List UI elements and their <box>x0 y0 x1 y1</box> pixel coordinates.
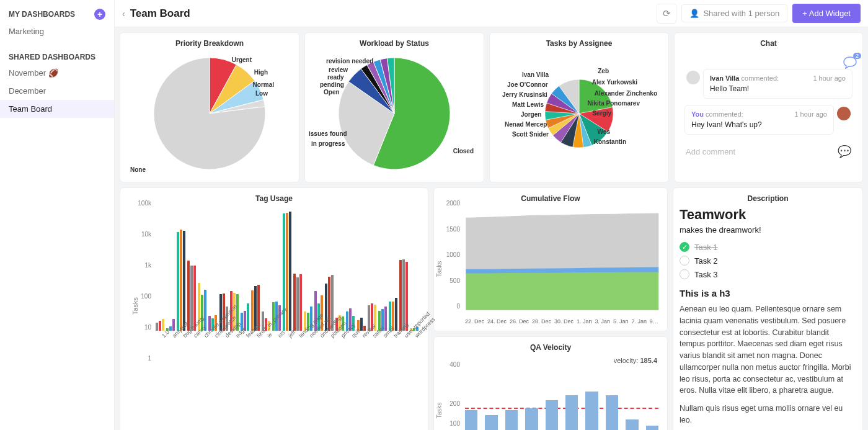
description-heading: Teamwork <box>680 207 856 223</box>
pie-slice-label: in progress <box>311 140 345 147</box>
share-button[interactable]: 👤 Shared with 1 person <box>681 4 787 22</box>
bar <box>465 410 477 430</box>
bar <box>395 298 397 331</box>
chat-message: You commented:1 hour ago Hey Ivan! What'… <box>684 105 834 135</box>
task-checkbox[interactable] <box>680 269 689 279</box>
pie-slice-label: pending <box>320 81 344 88</box>
pie-slice-label: Low <box>255 90 268 97</box>
description-p: Aenean eu leo quam. Pellentesque ornare … <box>680 303 856 396</box>
bar <box>169 326 172 331</box>
bar <box>360 318 363 331</box>
my-dashboards-label: MY DASHBOARDS <box>9 10 75 19</box>
description-sub: makes the dreamwork! <box>680 225 856 235</box>
bar <box>585 392 598 430</box>
tag-usage-bar-chart <box>155 207 419 331</box>
sidebar-item[interactable]: December <box>0 82 114 100</box>
pie-slice-label: review <box>329 66 348 73</box>
pie-slice-label: Urgent <box>232 56 252 63</box>
bar <box>289 212 291 331</box>
bar <box>296 277 299 331</box>
bar <box>251 290 254 331</box>
widget-qa-velocity: QA Velocity velocity: 185.4 50100200400 … <box>433 336 668 430</box>
sidebar-item[interactable]: Team Board <box>0 100 114 118</box>
bar <box>546 400 558 430</box>
chat-message: Ivan Villa commented:1 hour ago Hello Te… <box>703 69 852 99</box>
pie-slice-label: Nikita Ponomarev <box>588 100 640 107</box>
bar <box>187 261 190 331</box>
pie-slice-label: Zeb <box>598 68 609 74</box>
refresh-button[interactable]: ⟳ <box>657 4 676 24</box>
chat-body-text: Hello Team! <box>710 84 846 93</box>
bar <box>156 323 158 331</box>
task-item: ✓Task 1 <box>680 242 856 252</box>
bar <box>565 395 578 430</box>
pie-slice-label: revision needed <box>326 58 373 65</box>
description-p: Nullam quis risus eget urna mollis ornar… <box>680 403 856 426</box>
pie-slice-label: None <box>130 166 146 173</box>
cumulative-flow-area-chart <box>440 207 661 325</box>
bar <box>159 321 161 331</box>
widget-tag-usage: Tag Usage Tasks 1101001k10k100k 1.0amyte… <box>120 187 428 430</box>
page-title: Team Board <box>130 7 652 20</box>
task-checkbox[interactable]: ✓ <box>680 242 689 252</box>
pie-slice-label: Scott Snider <box>512 131 549 138</box>
chat-input[interactable]: Add comment <box>686 147 833 156</box>
task-label: Task 2 <box>694 256 718 266</box>
bar <box>405 262 408 331</box>
pie-slice-label: Matt Lewis <box>512 101 544 108</box>
pie-slice-label: Jerry Krusinski <box>502 91 547 98</box>
x-tick-label: ie <box>266 331 273 339</box>
bar <box>177 232 179 331</box>
bar <box>525 408 538 430</box>
widget-title: Tasks by Assignee <box>496 39 662 48</box>
bar <box>626 419 638 430</box>
sidebar-item[interactable]: Marketing <box>0 22 114 40</box>
add-widget-button[interactable]: + Add Widget <box>792 4 861 23</box>
pie-slice-label: Closed <box>453 148 474 155</box>
task-item: Task 2 <box>680 256 856 266</box>
task-label: Task 1 <box>694 243 718 252</box>
bar <box>190 266 193 331</box>
send-icon[interactable]: 💬 <box>838 145 851 158</box>
person-icon: 👤 <box>689 9 699 18</box>
x-tick-label: ios <box>277 329 286 339</box>
avatar <box>686 71 700 84</box>
bar <box>299 274 302 331</box>
task-label: Task 3 <box>694 270 718 279</box>
topbar: ‹ Team Board ⟳ 👤 Shared with 1 person + … <box>115 0 868 27</box>
sidebar-item[interactable]: November 🏈 <box>0 64 114 82</box>
bar <box>162 319 164 331</box>
qa-velocity-bar-chart <box>465 368 658 430</box>
bar <box>247 303 249 331</box>
bar <box>286 213 288 331</box>
pie-slice-label: Alexander Zinchenko <box>595 90 657 97</box>
description-h3: This is a h3 <box>680 288 856 298</box>
avatar <box>837 107 851 120</box>
pie-slice-label: ready <box>327 74 344 81</box>
pie-slice-label: Joe O'Connor <box>507 81 548 88</box>
widget-title: Chat <box>681 39 856 48</box>
bar <box>485 415 497 430</box>
pie-slice-label: Ivan Villa <box>522 71 549 78</box>
shared-dashboards-label: SHARED DASHBOARDS <box>9 53 95 61</box>
widget-cumulative-flow: Cumulative Flow Tasks 0500100015002000 2… <box>433 187 668 331</box>
bar <box>606 395 618 430</box>
add-dashboard-button[interactable]: + <box>94 9 105 20</box>
pie-slice-label: High <box>254 69 268 76</box>
bar <box>384 307 387 331</box>
sidebar: MY DASHBOARDS + Marketing SHARED DASHBOA… <box>0 0 115 430</box>
pie-slice-label: Sergiy <box>592 110 611 117</box>
widget-tasks-assignee: Tasks by Assignee ZebAlex YurkowskiAlexa… <box>489 32 669 182</box>
widget-workload-status: Workload by Status ClosedOpenin progress… <box>304 32 484 182</box>
widget-title: Description <box>680 194 856 203</box>
pie-slice-label: Konstantin <box>594 138 626 145</box>
pie-slice-label: Jorgen <box>521 111 541 118</box>
widget-priority-breakdown: Priority Breakdown UrgentHighNormalLowNo… <box>120 32 299 182</box>
pie-slice-label: issues found <box>309 130 347 137</box>
pie-slice-label: Nenad Mercep <box>505 121 547 128</box>
widget-title: Tag Usage <box>126 194 422 203</box>
bar <box>293 274 296 331</box>
task-item: Task 3 <box>680 269 856 279</box>
task-checkbox[interactable] <box>680 256 689 266</box>
back-chevron-icon[interactable]: ‹ <box>122 9 125 19</box>
